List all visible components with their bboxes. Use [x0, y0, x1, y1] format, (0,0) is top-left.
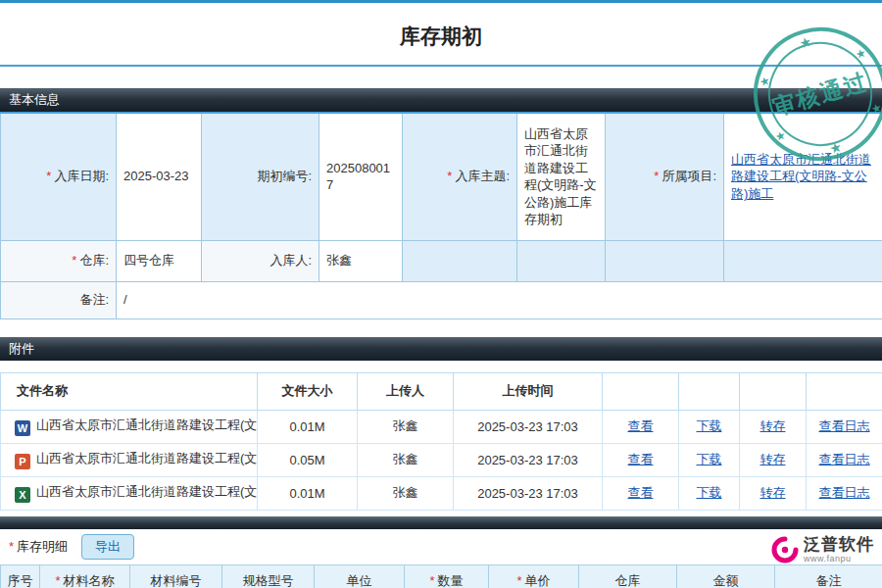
grid-column-amount: 金额 [677, 564, 775, 588]
field-ruku-subject-label: *入库主题: [403, 113, 517, 240]
grid-column-spec-model: 规格型号 [222, 564, 315, 588]
field-qichu-no-label-text: 期初编号: [257, 169, 312, 183]
vendor-brand: 泛普软件 [804, 536, 874, 555]
download-link[interactable]: 下载 [697, 452, 722, 466]
field-remark-label-text: 备注: [79, 292, 109, 307]
field-remark-value: / [117, 281, 882, 318]
section-attachments-title: 附件 [9, 341, 34, 356]
field-remark-label: 备注: [1, 281, 117, 318]
required-marker: * [72, 253, 76, 268]
inventory-detail-table: 序号 *材料名称 材料编号 规格型号 单位 *数量 *单价 仓库 [0, 564, 882, 588]
required-marker: * [46, 169, 51, 183]
view-link[interactable]: 查看 [628, 418, 654, 433]
vendor-url: www.fanpu [804, 554, 874, 564]
required-marker: * [654, 169, 659, 183]
required-marker: * [516, 573, 521, 588]
field-project-value: 山西省太原市汇通北街道路建设工程(文明路-文公路)施工 [724, 113, 882, 240]
field-qichu-no-value: 2025080017 [319, 113, 403, 240]
grid-column-label: 材料名称 [64, 573, 115, 588]
field-qichu-no-label: 期初编号: [202, 113, 319, 240]
grid-column-label: 单价 [525, 573, 551, 588]
section-inventory-detail-bar [0, 516, 882, 529]
grid-column-label: 单位 [347, 573, 372, 588]
empty-cell [403, 240, 517, 281]
ppt-file-icon: P [15, 454, 30, 469]
field-warehouse-value: 四号仓库 [117, 240, 202, 281]
field-ruku-person-label: 入库人: [202, 240, 319, 281]
required-marker: * [429, 573, 434, 588]
attachment-upload-time: 2025-03-23 17:03 [454, 410, 603, 443]
field-ruku-subject-label-text: 入库主题: [455, 169, 510, 183]
grid-column-remark: 备注 [775, 564, 882, 588]
attachments-header-row: 文件名称 文件大小 上传人 上传时间 [1, 372, 882, 410]
attachment-row: W山西省太原市汇通北街道路建设工程(文 0.01M 张鑫 2025-03-23 … [1, 410, 882, 443]
attachments-header-name: 文件名称 [1, 372, 258, 410]
attachment-file-name: P山西省太原市汇通北街道路建设工程(文 [1, 443, 258, 476]
grid-column-label: 规格型号 [243, 573, 294, 588]
section-basic-info-bar: 基本信息 [0, 88, 882, 112]
stamp-star-icon: ★ [758, 74, 771, 89]
attachments-header-uploader: 上传人 [358, 372, 454, 410]
empty-cell [517, 240, 606, 281]
attachment-row: P山西省太原市汇通北街道路建设工程(文 0.05M 张鑫 2025-03-23 … [1, 443, 882, 476]
field-project-label: *所属项目: [606, 113, 724, 240]
save-as-link[interactable]: 转存 [760, 418, 786, 433]
grid-column-label: 数量 [438, 573, 464, 588]
grid-column-label: 材料编号 [151, 573, 202, 588]
fanpu-logo-icon [770, 535, 800, 564]
grid-column-unit: 单位 [315, 564, 405, 588]
attachment-upload-time: 2025-03-23 17:03 [454, 476, 603, 510]
section-attachments-bar: 附件 [0, 337, 882, 361]
view-log-link[interactable]: 查看日志 [819, 418, 870, 433]
save-as-link[interactable]: 转存 [760, 485, 786, 500]
attachments-header-size: 文件大小 [258, 372, 358, 410]
download-link[interactable]: 下载 [697, 485, 722, 500]
view-log-link[interactable]: 查看日志 [819, 485, 870, 500]
page-title: 库存期初 [0, 3, 882, 65]
inventory-detail-header-row: 序号 *材料名称 材料编号 规格型号 单位 *数量 *单价 仓库 [1, 564, 882, 588]
field-ruku-date-value: 2025-03-23 [117, 113, 202, 240]
grid-column-label: 金额 [713, 573, 739, 588]
required-marker: * [9, 539, 14, 554]
field-ruku-date-label: *入库日期: [1, 113, 117, 240]
basic-info-table: *入库日期: 2025-03-23 期初编号: 2025080017 *入库主题… [0, 112, 882, 319]
view-log-link[interactable]: 查看日志 [819, 452, 870, 466]
grid-column-quantity: *数量 [405, 564, 489, 588]
inventory-detail-title: 库存明细 [17, 538, 68, 556]
attachment-uploader: 张鑫 [358, 476, 454, 510]
attachment-uploader: 张鑫 [358, 410, 454, 443]
field-ruku-date-label-text: 入库日期: [54, 169, 109, 183]
view-link[interactable]: 查看 [628, 452, 654, 466]
view-link[interactable]: 查看 [628, 485, 654, 500]
empty-cell [606, 240, 724, 281]
export-button[interactable]: 导出 [81, 534, 134, 560]
download-link[interactable]: 下载 [697, 418, 722, 433]
grid-column-label: 仓库 [615, 573, 641, 588]
attachments-header-actions [807, 372, 882, 410]
field-project-label-text: 所属项目: [662, 169, 716, 183]
attachment-row: X山西省太原市汇通北街道路建设工程(文 0.01M 张鑫 2025-03-23 … [1, 476, 882, 510]
attachments-header-actions [679, 372, 740, 410]
grid-column-label: 序号 [8, 573, 33, 588]
save-as-link[interactable]: 转存 [760, 452, 786, 466]
section-basic-info-title: 基本信息 [9, 92, 60, 107]
word-file-icon: W [15, 420, 30, 436]
field-ruku-person-label-text: 入库人: [270, 253, 312, 268]
attachment-file-size: 0.01M [258, 476, 358, 510]
vendor-logo: 泛普软件 www.fanpu [770, 535, 874, 564]
attachment-file-name: W山西省太原市汇通北街道路建设工程(文 [1, 410, 258, 443]
attachment-uploader: 张鑫 [358, 443, 454, 476]
grid-column-unit-price: *单价 [489, 564, 579, 588]
attachments-table: 文件名称 文件大小 上传人 上传时间 W山西省太原市汇通北街道路建设工程(文 0… [0, 372, 882, 511]
inventory-detail-toolbar: * 库存明细 导出 [0, 529, 882, 564]
attachments-header-time: 上传时间 [454, 372, 603, 410]
grid-column-warehouse: 仓库 [579, 564, 677, 588]
project-link[interactable]: 山西省太原市汇通北街道路建设工程(文明路-文公路)施工 [731, 152, 871, 201]
attachment-file-name: X山西省太原市汇通北街道路建设工程(文 [1, 476, 258, 510]
grid-column-material-no: 材料编号 [130, 564, 222, 588]
attachment-upload-time: 2025-03-23 17:03 [454, 443, 603, 476]
excel-file-icon: X [15, 487, 30, 503]
vendor-logo-text: 泛普软件 www.fanpu [804, 536, 874, 564]
empty-cell [724, 240, 882, 281]
grid-column-seq: 序号 [1, 564, 40, 588]
